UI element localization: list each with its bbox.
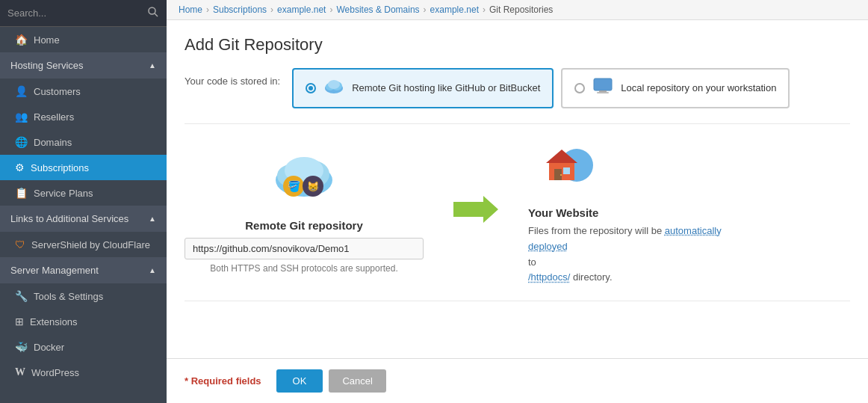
sidebar-item-resellers[interactable]: 👥 Resellers (0, 104, 167, 129)
sidebar-item-customers[interactable]: 👤 Customers (0, 79, 167, 104)
sidebar-item-servershield[interactable]: 🛡 ServerShield by CloudFlare (0, 232, 167, 257)
breadcrumb-sep: › (270, 4, 273, 15)
deploy-arrow (424, 194, 528, 231)
sidebar-item-label: Extensions (30, 316, 78, 327)
sidebar-item-service-plans[interactable]: 📋 Service Plans (0, 180, 167, 206)
sidebar: 🏠 Home Hosting Services ▲ 👤 Customers 👥 … (0, 0, 167, 403)
storage-option-local-label: Local repository on your workstation (621, 81, 776, 95)
wordpress-icon: W (15, 366, 25, 378)
domains-icon: 🌐 (15, 136, 28, 148)
svg-line-1 (155, 13, 158, 16)
storage-option-local[interactable]: Local repository on your workstation (561, 68, 790, 108)
breadcrumb-sep: › (483, 4, 486, 15)
cancel-button[interactable]: Cancel (329, 369, 385, 393)
section-label: Server Management (10, 265, 99, 276)
sidebar-item-docker[interactable]: 🐳 Docker (0, 334, 167, 360)
tools-icon: 🔧 (15, 290, 28, 302)
breadcrumb-example-net[interactable]: example.net (277, 4, 326, 15)
storage-option-remote-label: Remote Git hosting like GitHub or BitBuc… (352, 81, 540, 95)
subscriptions-icon: ⚙ (15, 161, 25, 173)
website-desc: Files from the repository will be automa… (528, 224, 722, 286)
docker-icon: 🐳 (15, 341, 28, 353)
footer: * Required fields OK Cancel (167, 358, 868, 403)
repo-title: Remote Git repository (245, 219, 363, 232)
breadcrumb-home[interactable]: Home (179, 4, 202, 15)
resellers-icon: 👥 (15, 111, 28, 123)
required-text: Required fields (191, 375, 261, 387)
sidebar-item-tools[interactable]: 🔧 Tools & Settings (0, 283, 167, 309)
sidebar-item-label: Domains (34, 137, 72, 148)
sidebar-item-label: WordPress (31, 367, 79, 378)
search-bar[interactable] (0, 0, 167, 27)
required-asterisk: * (185, 375, 191, 387)
breadcrumb-sep: › (424, 4, 427, 15)
svg-rect-6 (594, 79, 612, 90)
monitor-icon (592, 77, 613, 99)
chevron-up-icon: ▲ (149, 61, 156, 70)
customers-icon: 👤 (15, 85, 28, 97)
sidebar-item-label: Service Plans (34, 188, 93, 199)
sidebar-item-subscriptions[interactable]: ⚙ Subscriptions (0, 155, 167, 180)
storage-label: Your code is stored in: (185, 76, 280, 87)
repo-area: 🪣 😸 Remote Git repository Both HTTPS and… (185, 123, 850, 301)
breadcrumb-websites-domains[interactable]: Websites & Domains (336, 4, 419, 15)
radio-local (574, 83, 585, 93)
home-icon: 🏠 (15, 34, 28, 46)
website-icon (528, 139, 595, 197)
main-content: Home › Subscriptions › example.net › Web… (167, 0, 868, 403)
sidebar-item-label: Home (34, 34, 60, 46)
sidebar-item-wordpress[interactable]: W WordPress (0, 360, 167, 385)
page-title: Add Git Repository (185, 35, 850, 55)
ok-button[interactable]: OK (276, 369, 323, 393)
sidebar-section-links[interactable]: Links to Additional Services ▲ (0, 206, 167, 232)
svg-point-23 (560, 174, 562, 176)
servershield-icon: 🛡 (15, 239, 25, 250)
website-right: Your Website Files from the repository w… (528, 139, 722, 286)
website-desc-2: to (528, 256, 536, 268)
chevron-up-icon: ▲ (149, 266, 156, 274)
sidebar-item-label: Tools & Settings (34, 291, 103, 302)
breadcrumb: Home › Subscriptions › example.net › Web… (167, 0, 868, 20)
breadcrumb-sep: › (329, 4, 332, 15)
svg-point-0 (149, 7, 155, 14)
required-note: * Required fields (185, 375, 261, 387)
sidebar-item-label: Docker (34, 342, 64, 353)
section-label: Hosting Services (10, 60, 84, 71)
chevron-up-icon: ▲ (149, 215, 156, 223)
sidebar-section-hosting[interactable]: Hosting Services ▲ (0, 52, 167, 79)
radio-remote (306, 83, 316, 93)
section-label: Links to Additional Services (10, 213, 128, 224)
repo-url-input[interactable] (185, 238, 424, 259)
sidebar-section-server-mgmt[interactable]: Server Management ▲ (0, 257, 167, 283)
website-desc-1: Files from the repository will be (528, 225, 662, 236)
repo-left: 🪣 😸 Remote Git repository Both HTTPS and… (185, 152, 424, 274)
repo-hint: Both HTTPS and SSH protocols are support… (210, 263, 397, 274)
svg-rect-22 (563, 167, 570, 174)
sidebar-item-domains[interactable]: 🌐 Domains (0, 129, 167, 155)
cloud-git-icon: 🪣 😸 (267, 152, 341, 212)
sidebar-item-label: Customers (34, 86, 81, 97)
svg-point-5 (328, 80, 340, 89)
extensions-icon: ⊞ (15, 316, 24, 327)
storage-options: Remote Git hosting like GitHub or BitBuc… (292, 68, 790, 108)
website-title: Your Website (528, 206, 598, 219)
cloud-icon (323, 78, 344, 99)
sidebar-item-home[interactable]: 🏠 Home (0, 27, 167, 52)
storage-section: Your code is stored in: Remote Git hosti… (185, 68, 850, 108)
search-input[interactable] (7, 7, 147, 19)
website-desc-3: directory. (573, 271, 613, 283)
svg-marker-17 (453, 196, 498, 223)
storage-option-remote[interactable]: Remote Git hosting like GitHub or BitBuc… (292, 68, 554, 108)
content-area: Add Git Repository Your code is stored i… (167, 20, 868, 358)
svg-rect-8 (597, 92, 609, 93)
svg-text:🪣: 🪣 (288, 180, 301, 193)
sidebar-item-extensions[interactable]: ⊞ Extensions (0, 309, 167, 334)
breadcrumb-sep: › (206, 4, 209, 15)
breadcrumb-subscriptions[interactable]: Subscriptions (213, 4, 267, 15)
svg-text:😸: 😸 (307, 180, 320, 193)
search-icon (147, 6, 159, 20)
breadcrumb-current: Git Repositories (489, 4, 553, 15)
breadcrumb-example-net-2[interactable]: example.net (430, 4, 479, 15)
httpdocs-link[interactable]: /httpdocs/ (528, 271, 570, 283)
sidebar-item-label: Subscriptions (31, 162, 89, 173)
